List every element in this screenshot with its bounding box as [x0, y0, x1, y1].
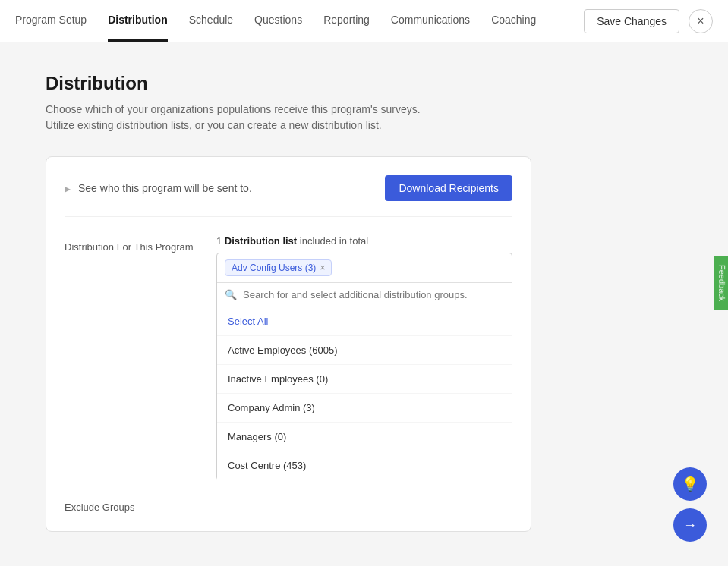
nav-item-schedule[interactable]: Schedule: [189, 0, 233, 42]
recipients-left: ▸ See who this program will be sent to.: [65, 181, 252, 196]
managers-option[interactable]: Managers (0): [217, 423, 512, 451]
save-changes-button[interactable]: Save Changes: [584, 9, 679, 33]
next-arrow-button[interactable]: →: [673, 508, 707, 542]
select-all-option[interactable]: Select All: [217, 307, 512, 336]
page-title: Distribution: [46, 73, 682, 94]
feedback-tab[interactable]: Feedback: [714, 256, 728, 310]
search-row: 🔍: [217, 283, 512, 307]
distribution-summary: 1 Distribution list included in total: [216, 235, 512, 247]
exclude-section: Exclude Groups: [65, 495, 512, 513]
selected-tag: Adv Config Users (3) ×: [225, 259, 332, 276]
floating-buttons: 💡 →: [673, 467, 707, 542]
main-content: Distribution Choose which of your organi…: [0, 42, 728, 562]
nav-items: Program Setup Distribution Schedule Ques…: [15, 0, 584, 42]
nav-item-reporting[interactable]: Reporting: [323, 0, 370, 42]
see-who-text: See who this program will be sent to.: [78, 182, 252, 194]
page-description: Choose which of your organizations popul…: [46, 102, 682, 134]
nav-item-program-setup[interactable]: Program Setup: [15, 0, 87, 42]
nav-item-communications[interactable]: Communications: [391, 0, 470, 42]
nav-right: Save Changes ×: [584, 9, 713, 33]
tag-remove-button[interactable]: ×: [320, 263, 325, 273]
active-employees-option[interactable]: Active Employees (6005): [217, 336, 512, 365]
nav-item-distribution[interactable]: Distribution: [108, 0, 168, 42]
distribution-label: Distribution For This Program: [65, 235, 201, 480]
distribution-content: 1 Distribution list included in total Ad…: [216, 235, 512, 480]
send-icon: ▸: [65, 181, 71, 196]
exclude-label: Exclude Groups: [65, 495, 201, 513]
search-input[interactable]: [243, 289, 504, 300]
inactive-employees-option[interactable]: Inactive Employees (0): [217, 365, 512, 394]
search-icon: 🔍: [225, 289, 237, 300]
cost-centre-option[interactable]: Cost Centre (453): [217, 451, 512, 480]
nav-item-questions[interactable]: Questions: [254, 0, 302, 42]
nav-item-coaching[interactable]: Coaching: [491, 0, 536, 42]
top-navigation: Program Setup Distribution Schedule Ques…: [0, 0, 728, 42]
company-admin-option[interactable]: Company Admin (3): [217, 394, 512, 423]
lightbulb-button[interactable]: 💡: [673, 467, 707, 501]
recipients-bar: ▸ See who this program will be sent to. …: [65, 175, 512, 217]
distribution-dropdown[interactable]: Adv Config Users (3) × 🔍 Select All Acti…: [216, 253, 512, 480]
distribution-card: ▸ See who this program will be sent to. …: [46, 156, 531, 532]
selected-tags-row: Adv Config Users (3) ×: [217, 253, 512, 283]
download-recipients-button[interactable]: Download Recipients: [385, 175, 512, 201]
dropdown-list: Select All Active Employees (6005) Inact…: [217, 307, 512, 480]
close-button[interactable]: ×: [689, 9, 713, 33]
distribution-section: Distribution For This Program 1 Distribu…: [65, 235, 512, 480]
